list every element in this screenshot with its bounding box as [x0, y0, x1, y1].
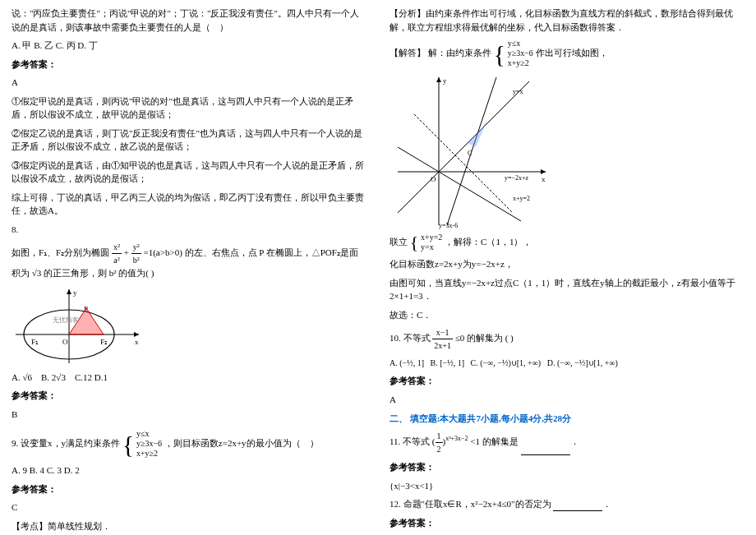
svg-text:x+y=2: x+y=2	[513, 195, 530, 202]
jieda-d: ，解得：C（1，1），	[445, 237, 532, 247]
q8-answer: B	[12, 408, 366, 422]
svg-text:y: y	[73, 288, 77, 297]
q11-answer: {x|−3<x<1}	[390, 479, 744, 493]
answer-label: 参考答案：	[12, 58, 366, 71]
q11-ineq: <1	[470, 436, 480, 446]
q12-row: 12. 命题"任取x∈R，x²−2x+4≤0"的否定为 ．	[390, 497, 744, 511]
ellipse-eq: =1(a>b>0)	[143, 247, 182, 257]
plus-sign: +	[124, 247, 129, 257]
blank-field[interactable]	[521, 445, 570, 455]
svg-text:F₁: F₁	[31, 338, 39, 346]
answer-value: A	[12, 76, 366, 90]
constraint-system: y≤x y≥3x−6 x+y≥2	[136, 429, 162, 459]
svg-text:F₂: F₂	[100, 338, 108, 346]
sqrt3-icon: √3	[32, 268, 42, 278]
section-2-heading: 二、 填空题:本大题共7小题,每小题4分,共28分	[390, 413, 744, 425]
answer-label: 参考答案：	[390, 516, 744, 530]
jieda-g: 故选：C．	[390, 308, 744, 322]
watermark-text: 无忧翰客	[53, 316, 79, 324]
ellipse-figure: O F₁ F₂ x y P 无忧翰客	[12, 285, 366, 367]
svg-line-25	[414, 114, 513, 213]
q8-text: 如图，F₁、F₂分别为椭圆 x²a² + y²b² =1(a>b>0) 的左、右…	[12, 241, 366, 280]
jieda-c: 联立	[390, 237, 408, 247]
interval-d: (−∞, −½]∪[1, +∞)	[557, 358, 618, 367]
svg-marker-15	[436, 77, 441, 82]
jieda-row: 【解答】 解：由约束条件 { y≤x y≥3x−6 x+y≥2 作出可行域如图，	[390, 39, 744, 68]
q8-options: A. √6 B. 2√3 C.12 D.1	[12, 371, 366, 385]
svg-text:y=x: y=x	[513, 88, 523, 95]
brace-icon: {	[494, 43, 505, 65]
explain-3: ③假定丙说的是真话，由①知甲说的也是真话，这与四人中只有一个人说的是正矛盾，所以…	[12, 159, 366, 186]
svg-text:y: y	[443, 76, 447, 85]
interval-b: [−½, 1]	[440, 358, 464, 367]
q11-b: 的解集是	[482, 436, 519, 446]
ellipse-frac1: x²a²	[112, 241, 122, 266]
brace-icon: {	[122, 433, 134, 455]
q10-b: 的解集为 ( )	[467, 333, 514, 343]
q9-options: A. 9 B. 4 C. 3 D. 2	[12, 464, 366, 477]
svg-text:x: x	[135, 338, 139, 346]
svg-text:y=−2x+z: y=−2x+z	[505, 174, 529, 182]
svg-marker-27	[468, 118, 488, 147]
jieda-c-row: 联立 { x+y=2 y=x ，解得：C（1，1），	[390, 233, 744, 252]
explain-2: ②假定乙说的是真话，则丁说"反正我没有责任"也为真话，这与四人中只有一个人说的是…	[12, 127, 366, 154]
q8-number: 8.	[12, 223, 366, 237]
kaodian-row: 【考点】简单线性规划．	[12, 519, 366, 533]
q12-text: 12. 命题"任取x∈R，x²−2x+4≤0"的否定为	[390, 499, 551, 509]
answer-label: 参考答案：	[390, 374, 744, 388]
q11-sup: x²+3x−2	[445, 435, 468, 442]
answer-label: 参考答案：	[390, 460, 744, 474]
q8-part-a: 如图，F₁、F₂分别为椭圆	[12, 247, 109, 257]
q9-a: 设变量x，y满足约束条件	[21, 438, 120, 448]
two-sqrt3-icon: 2√3	[52, 372, 66, 382]
q9-answer: C	[12, 500, 366, 514]
q10-row: 10. 不等式 x−12x+1 ≤0 的解集为 ( )	[390, 326, 744, 352]
svg-text:x: x	[542, 175, 546, 183]
left-column: 说："丙应负主要责任"；丙说"甲说的对"；丁说："反正我没有责任"。四人中只有一…	[0, 0, 378, 535]
q10-a: 10. 不等式	[390, 333, 431, 343]
right-column: 【分析】由约束条件作出可行域，化目标函数为直线方程的斜截式，数形结合得到最优解，…	[378, 0, 756, 535]
q10-answer: A	[390, 393, 744, 407]
intro-text: 说："丙应负主要责任"；丙说"甲说的对"；丁说："反正我没有责任"。四人中只有一…	[12, 7, 366, 34]
explain-1: ①假定甲说的是真话，则丙说"甲说的对"也是真话，这与四人中只有一个人说的是正矛盾…	[12, 95, 366, 122]
q-options: A. 甲 B. 乙 C. 丙 D. 丁	[12, 39, 366, 53]
jieda-label: 【解答】	[390, 48, 426, 58]
constraint-system: y≤x y≥3x−6 x+y≥2	[508, 39, 533, 68]
jieda-e: 化目标函数z=2x+y为y=−2x+z，	[390, 257, 744, 271]
feasible-region-figure: O x y y=x x+y=2 y=3x-6 y=−2x+z C	[390, 73, 744, 229]
svg-marker-3	[67, 289, 71, 294]
svg-text:y=3x-6: y=3x-6	[439, 222, 458, 229]
jieda-a: 解：由约束条件	[428, 48, 491, 58]
explain-4: 综上可得，丁说的真话，甲乙丙三人说的均为假话，即乙丙丁没有责任，所以甲负主要责任…	[12, 191, 366, 218]
interval-c: (−∞, −½)∪[1, +∞)	[480, 358, 541, 367]
fenxi-row: 【分析】由约束条件作出可行域，化目标函数为直线方程的斜截式，数形结合得到最优解，…	[390, 7, 744, 34]
half-frac: 12	[436, 430, 443, 455]
kaodian-text: 简单线性规划．	[48, 521, 111, 531]
q9-row: 9. 设变量x，y满足约束条件 { y≤x y≥3x−6 x+y≥2 ，则目标函…	[12, 429, 366, 459]
answer-label: 参考答案：	[12, 482, 366, 496]
q9-b: ，则目标函数z=2x+y的最小值为（ ）	[164, 438, 319, 448]
blank-field[interactable]	[553, 501, 602, 511]
q11-a: 11. 不等式	[390, 436, 430, 446]
jieda-f: 由图可知，当直线y=−2x+z过点C（1，1）时，直线在y轴上的截距最小，z有最…	[390, 276, 744, 303]
svg-marker-13	[541, 169, 546, 174]
ellipse-frac2: y²b²	[131, 241, 141, 266]
q10-frac: x−12x+1	[432, 326, 453, 352]
svg-text:O: O	[62, 338, 68, 346]
q10-options: A. (−½, 1] B. [−½, 1] C. (−∞, −½)∪[1, +∞…	[390, 357, 744, 369]
interval-a: (−½, 1]	[399, 358, 424, 367]
svg-line-19	[398, 81, 529, 213]
fenxi-label: 【分析】	[390, 8, 426, 18]
answer-label: 参考答案：	[12, 389, 366, 403]
svg-text:C: C	[468, 150, 472, 157]
svg-line-21	[398, 147, 521, 221]
jieda-b: 作出可行域如图，	[536, 48, 608, 58]
brace-icon: {	[410, 234, 419, 251]
kaodian-label: 【考点】	[12, 521, 48, 531]
q9-num: 9.	[12, 438, 21, 448]
fenxi-text: 由约束条件作出可行域，化目标函数为直线方程的斜截式，数形结合得到最优解，联立方程…	[390, 8, 733, 32]
q10-op: ≤0	[455, 333, 465, 343]
svg-marker-1	[134, 332, 139, 337]
sqrt6-icon: √6	[22, 372, 32, 382]
q11-row: 11. 不等式 (12)x²+3x−2 <1 的解集是 ．	[390, 430, 744, 455]
